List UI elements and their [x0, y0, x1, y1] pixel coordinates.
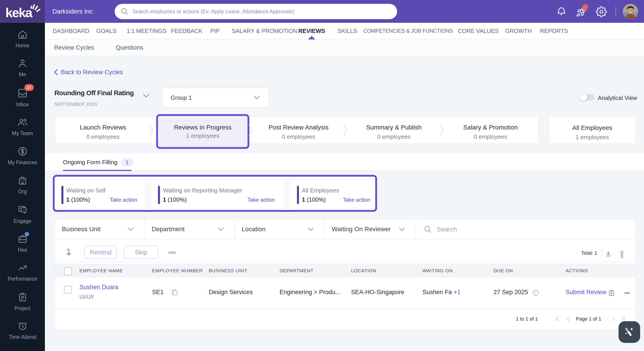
svg-text:keka: keka — [6, 5, 33, 20]
